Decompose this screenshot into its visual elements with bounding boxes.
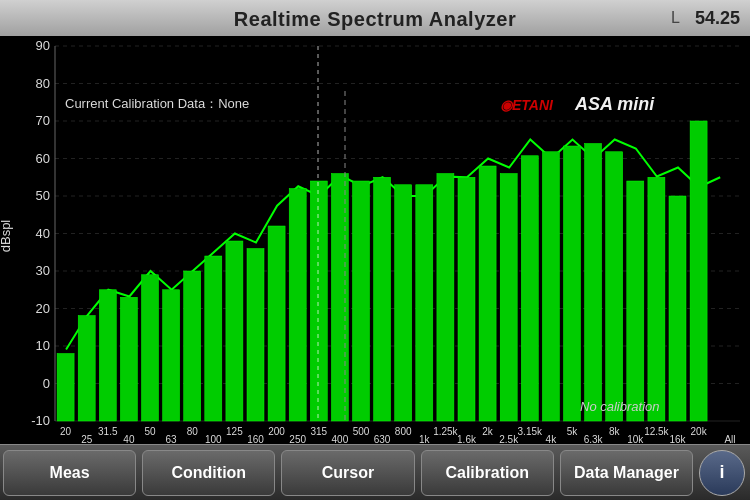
svg-rect-41 [374, 177, 391, 421]
svg-text:315: 315 [310, 426, 327, 437]
bottom-nav: Meas Condition Cursor Calibration Data M… [0, 444, 750, 500]
calibration-button[interactable]: Calibration [421, 450, 554, 496]
info-button[interactable]: i [699, 450, 745, 496]
condition-button[interactable]: Condition [142, 450, 275, 496]
data-manager-button[interactable]: Data Manager [560, 450, 693, 496]
svg-text:70: 70 [36, 113, 50, 128]
svg-rect-52 [606, 152, 623, 421]
no-calibration-text: No calibration [580, 399, 660, 414]
svg-text:250: 250 [289, 434, 306, 444]
svg-rect-38 [331, 174, 348, 422]
svg-text:◉ETANI: ◉ETANI [500, 97, 554, 113]
meas-button[interactable]: Meas [3, 450, 136, 496]
svg-text:-10: -10 [31, 413, 50, 428]
svg-text:20: 20 [36, 301, 50, 316]
svg-text:2k: 2k [482, 426, 494, 437]
svg-rect-31 [184, 271, 201, 421]
svg-text:5k: 5k [567, 426, 579, 437]
svg-text:31.5: 31.5 [98, 426, 118, 437]
svg-rect-32 [205, 256, 222, 421]
svg-text:6.3k: 6.3k [584, 434, 604, 444]
svg-text:125: 125 [226, 426, 243, 437]
svg-rect-43 [416, 185, 433, 421]
svg-text:50: 50 [144, 426, 156, 437]
svg-text:10k: 10k [627, 434, 644, 444]
svg-rect-36 [289, 189, 306, 422]
app: Realtime Spectrum Analyzer L 54.25 [0, 0, 750, 500]
svg-text:160: 160 [247, 434, 264, 444]
svg-text:3.15k: 3.15k [518, 426, 543, 437]
svg-text:40: 40 [36, 226, 50, 241]
svg-text:90: 90 [36, 38, 50, 53]
chart-container[interactable]: 90 80 70 60 50 40 30 20 10 0 -10 dBspl [0, 36, 750, 444]
svg-rect-53 [627, 181, 644, 421]
svg-rect-26 [78, 316, 95, 422]
svg-text:16k: 16k [669, 434, 686, 444]
svg-text:100: 100 [205, 434, 222, 444]
svg-text:1k: 1k [419, 434, 431, 444]
svg-rect-37 [310, 181, 327, 421]
spectrum-chart: 90 80 70 60 50 40 30 20 10 0 -10 dBspl [0, 36, 750, 444]
svg-rect-55 [669, 196, 686, 421]
svg-rect-34 [247, 249, 264, 422]
svg-rect-33 [226, 241, 243, 421]
svg-text:25: 25 [81, 434, 93, 444]
svg-rect-25 [57, 354, 74, 422]
svg-text:50: 50 [36, 188, 50, 203]
svg-rect-48 [521, 156, 538, 421]
svg-rect-28 [120, 297, 137, 421]
svg-text:63: 63 [166, 434, 178, 444]
svg-text:20k: 20k [691, 426, 708, 437]
svg-text:500: 500 [353, 426, 370, 437]
svg-text:All: All [724, 434, 735, 444]
svg-text:12.5k: 12.5k [644, 426, 669, 437]
svg-text:dBspl: dBspl [0, 220, 13, 253]
svg-text:80: 80 [187, 426, 199, 437]
svg-rect-47 [500, 174, 517, 422]
svg-text:0: 0 [43, 376, 50, 391]
svg-rect-27 [99, 290, 116, 421]
level-display: 54.25 [695, 8, 740, 29]
channel-label: L [671, 9, 680, 27]
svg-rect-46 [479, 166, 496, 421]
svg-rect-40 [353, 181, 370, 421]
svg-text:400: 400 [332, 434, 349, 444]
svg-text:800: 800 [395, 426, 412, 437]
svg-rect-49 [542, 152, 559, 421]
svg-text:ASA mini: ASA mini [574, 94, 655, 114]
svg-text:200: 200 [268, 426, 285, 437]
svg-rect-56 [690, 121, 707, 421]
svg-rect-30 [163, 290, 180, 421]
svg-rect-44 [437, 174, 454, 422]
svg-rect-29 [142, 275, 159, 421]
svg-rect-50 [564, 146, 581, 421]
svg-rect-51 [585, 144, 602, 422]
calibration-info: Current Calibration Data：None [65, 96, 249, 111]
svg-text:1.6k: 1.6k [457, 434, 477, 444]
svg-text:20: 20 [60, 426, 72, 437]
svg-text:10: 10 [36, 338, 50, 353]
svg-rect-54 [648, 177, 665, 421]
svg-rect-45 [458, 177, 475, 421]
svg-text:30: 30 [36, 263, 50, 278]
svg-text:630: 630 [374, 434, 391, 444]
title-bar: Realtime Spectrum Analyzer L 54.25 [0, 0, 750, 36]
cursor-button[interactable]: Cursor [281, 450, 414, 496]
svg-rect-35 [268, 226, 285, 421]
svg-rect-42 [395, 185, 412, 421]
svg-text:8k: 8k [609, 426, 621, 437]
svg-text:2.5k: 2.5k [499, 434, 519, 444]
app-title: Realtime Spectrum Analyzer [234, 8, 516, 31]
svg-text:60: 60 [36, 151, 50, 166]
svg-text:40: 40 [123, 434, 135, 444]
svg-text:1.25k: 1.25k [433, 426, 458, 437]
svg-text:4k: 4k [546, 434, 558, 444]
svg-text:80: 80 [36, 76, 50, 91]
